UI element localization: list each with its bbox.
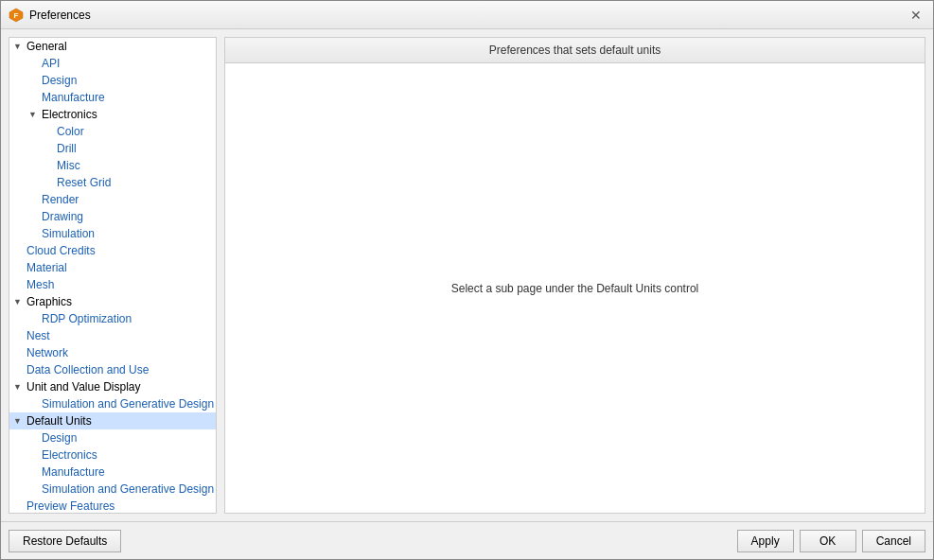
tree-label-default-units-electronics: Electronics bbox=[42, 448, 97, 462]
title-bar-left: F Preferences bbox=[9, 8, 91, 23]
sidebar-item-cloud-credits[interactable]: Cloud Credits bbox=[9, 242, 216, 259]
title-bar: F Preferences ✕ bbox=[1, 1, 933, 29]
tree-label-manufacture: Manufacture bbox=[42, 91, 105, 104]
sidebar-item-drill[interactable]: Drill bbox=[9, 140, 216, 157]
sidebar-item-general[interactable]: ▼General bbox=[9, 38, 216, 55]
panel-body-text: Select a sub page under the Default Unit… bbox=[451, 282, 699, 295]
sidebar-item-electronics[interactable]: ▼Electronics bbox=[9, 106, 216, 123]
tree-label-reset-grid: Reset Grid bbox=[57, 176, 111, 189]
tree-label-general: General bbox=[26, 40, 67, 53]
close-button[interactable]: ✕ bbox=[907, 6, 925, 25]
panel-header: Preferences that sets default units bbox=[225, 38, 925, 63]
tree-label-default-units-design: Design bbox=[42, 431, 77, 445]
sidebar-item-default-units-electronics[interactable]: Electronics bbox=[9, 446, 216, 464]
sidebar-item-render[interactable]: Render bbox=[9, 191, 216, 208]
sidebar-item-design[interactable]: Design bbox=[9, 72, 216, 89]
sidebar-item-unit-sim-gen[interactable]: Simulation and Generative Design bbox=[9, 395, 216, 412]
window-title: Preferences bbox=[29, 9, 91, 22]
tree-label-rdp-optimization: RDP Optimization bbox=[42, 312, 132, 325]
tree-label-preview-features: Preview Features bbox=[26, 499, 115, 513]
tree-label-misc: Misc bbox=[57, 159, 80, 172]
tree-label-simulation: Simulation bbox=[42, 227, 95, 240]
sidebar-item-manufacture[interactable]: Manufacture bbox=[9, 89, 216, 106]
sidebar-item-nest[interactable]: Nest bbox=[9, 327, 216, 344]
sidebar-item-preview-features[interactable]: Preview Features bbox=[9, 498, 216, 514]
tree-label-drill: Drill bbox=[57, 142, 77, 155]
sidebar-item-material[interactable]: Material bbox=[9, 259, 216, 276]
svg-text:F: F bbox=[14, 11, 19, 20]
tree-label-default-units: Default Units bbox=[26, 414, 92, 428]
tree-label-data-collection: Data Collection and Use bbox=[26, 363, 149, 376]
tree-label-material: Material bbox=[26, 261, 67, 274]
content-area: ▼GeneralAPIDesignManufacture▼Electronics… bbox=[1, 29, 933, 521]
apply-button[interactable]: Apply bbox=[737, 530, 794, 552]
sidebar-item-simulation[interactable]: Simulation bbox=[9, 225, 216, 242]
sidebar-item-mesh[interactable]: Mesh bbox=[9, 276, 216, 293]
tree-label-graphics: Graphics bbox=[26, 295, 72, 308]
tree-label-unit-value: Unit and Value Display bbox=[26, 380, 141, 394]
sidebar-item-misc[interactable]: Misc bbox=[9, 157, 216, 174]
tree-label-drawing: Drawing bbox=[42, 210, 83, 223]
ok-button[interactable]: OK bbox=[800, 530, 856, 552]
tree-toggle-unit-value: ▼ bbox=[13, 382, 26, 392]
restore-defaults-button[interactable]: Restore Defaults bbox=[9, 530, 121, 552]
sidebar-item-api[interactable]: API bbox=[9, 55, 216, 72]
tree-label-nest: Nest bbox=[26, 329, 50, 342]
main-panel: Preferences that sets default units Sele… bbox=[224, 37, 925, 514]
tree-label-electronics: Electronics bbox=[42, 108, 97, 121]
tree-toggle-general: ▼ bbox=[13, 42, 26, 51]
sidebar-tree: ▼GeneralAPIDesignManufacture▼Electronics… bbox=[9, 37, 217, 514]
sidebar-item-default-units-manufacture[interactable]: Manufacture bbox=[9, 464, 216, 481]
tree-label-color: Color bbox=[57, 125, 84, 138]
tree-label-api: API bbox=[42, 57, 60, 70]
tree-label-default-units-manufacture: Manufacture bbox=[42, 465, 105, 479]
tree-label-design: Design bbox=[42, 74, 77, 87]
sidebar-item-default-units-design[interactable]: Design bbox=[9, 429, 216, 446]
tree-label-mesh: Mesh bbox=[26, 278, 54, 291]
sidebar-item-unit-value[interactable]: ▼Unit and Value Display bbox=[9, 378, 216, 395]
sidebar-item-rdp-optimization[interactable]: RDP Optimization bbox=[9, 310, 216, 327]
tree-label-unit-sim-gen: Simulation and Generative Design bbox=[42, 397, 214, 411]
panel-body: Select a sub page under the Default Unit… bbox=[225, 63, 925, 513]
sidebar-item-data-collection[interactable]: Data Collection and Use bbox=[9, 361, 216, 378]
tree-label-render: Render bbox=[42, 193, 79, 206]
footer-right: Apply OK Cancel bbox=[737, 530, 925, 552]
tree-toggle-electronics: ▼ bbox=[28, 110, 42, 119]
tree-label-cloud-credits: Cloud Credits bbox=[26, 244, 96, 257]
cancel-button[interactable]: Cancel bbox=[862, 530, 925, 552]
sidebar-item-color[interactable]: Color bbox=[9, 123, 216, 140]
preferences-window: F Preferences ✕ ▼GeneralAPIDesignManufac… bbox=[0, 0, 934, 560]
footer-left: Restore Defaults bbox=[9, 530, 121, 552]
tree-toggle-default-units: ▼ bbox=[13, 416, 26, 426]
tree-toggle-graphics: ▼ bbox=[13, 297, 26, 306]
sidebar-item-drawing[interactable]: Drawing bbox=[9, 208, 216, 225]
sidebar-item-default-units-sim-gen[interactable]: Simulation and Generative Design bbox=[9, 481, 216, 498]
tree-label-default-units-sim-gen: Simulation and Generative Design bbox=[42, 482, 214, 496]
sidebar-item-graphics[interactable]: ▼Graphics bbox=[9, 293, 216, 310]
sidebar-item-reset-grid[interactable]: Reset Grid bbox=[9, 174, 216, 191]
app-icon: F bbox=[9, 8, 24, 23]
sidebar-item-default-units[interactable]: ▼Default Units bbox=[9, 412, 216, 429]
footer: Restore Defaults Apply OK Cancel bbox=[1, 521, 933, 559]
sidebar-item-network[interactable]: Network bbox=[9, 344, 216, 361]
tree-label-network: Network bbox=[26, 346, 68, 359]
